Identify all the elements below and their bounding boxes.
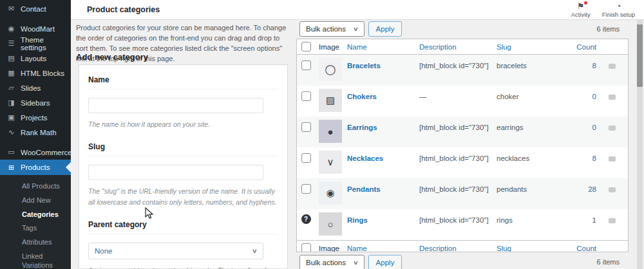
category-name-link[interactable]: Rings — [347, 216, 368, 224]
category-name-link[interactable]: Chokers — [347, 93, 377, 100]
table-body: ◯ Bracelets [html_block id="730"] bracel… — [297, 55, 628, 240]
column-header-name[interactable]: Name — [347, 43, 419, 51]
category-description: [html_block id="730"] — [419, 209, 497, 224]
earring-image-glyph: ● — [327, 126, 333, 137]
sidebar-item-label: HTML Blocks — [21, 70, 64, 77]
sidebar-item-tags[interactable]: Tags — [0, 221, 71, 236]
sidebar-item-theme-settings[interactable]: ☰ Theme settings — [0, 36, 71, 51]
select-all-checkbox[interactable] — [301, 243, 311, 252]
row-checkbox[interactable] — [301, 60, 311, 70]
layers-icon: ▤ — [6, 54, 16, 62]
category-description: [html_block id="730"] — [419, 55, 497, 70]
bulk-actions-top: Bulk actions ∨ Apply — [299, 21, 402, 37]
sidebar-item-label: Sidebars — [21, 99, 50, 107]
drag-handle-icon[interactable] — [609, 64, 616, 69]
table-row: ● Earrings [html_block id="730"] earring… — [297, 116, 628, 147]
sidebar-item-woocommerce[interactable]: ▭ WooCommerce — [0, 145, 71, 160]
select-all-checkbox[interactable] — [301, 42, 311, 51]
category-name-link[interactable]: Earrings — [347, 124, 377, 131]
sidebar-item-label: Rank Math — [21, 129, 57, 136]
name-help-text: The name is how it appears on your site. — [88, 119, 278, 129]
sidebar-item-woodmart[interactable]: ◉ WoodMart — [0, 21, 71, 36]
sidebar-item-categories[interactable]: Categories — [0, 208, 71, 222]
sidebar-item-linked-variations[interactable]: Linked Variations — [0, 250, 71, 269]
drag-handle-icon[interactable] — [609, 95, 616, 100]
sidebar-item-projects[interactable]: ▣ Projects — [0, 110, 71, 125]
table-row: ◉ Pendants [html_block id="730"] pendant… — [297, 178, 628, 209]
column-footer-description[interactable]: Description — [419, 245, 497, 252]
sidebar-item-label: Projects — [21, 114, 48, 122]
apply-button[interactable]: Apply — [368, 255, 402, 269]
category-thumbnail: ▨ — [319, 89, 342, 112]
category-description: [html_block id="730"] — [419, 178, 497, 193]
sidebar-item-label: Products — [21, 163, 50, 171]
drag-handle-icon[interactable] — [609, 187, 616, 192]
column-footer-name[interactable]: Name — [347, 245, 419, 252]
category-count-link[interactable]: 28 — [588, 185, 596, 193]
choker-image-glyph: ▨ — [326, 95, 335, 106]
name-field-label: Name — [88, 75, 278, 89]
items-count: 6 items — [597, 25, 620, 33]
categories-table: Image Name Description Slug Count ◯ Brac… — [296, 39, 629, 252]
sidebar-item-contact[interactable]: ✉ Contact — [0, 1, 71, 16]
name-input[interactable] — [88, 98, 263, 113]
sidebar-item-rank-math[interactable]: ∿ Rank Math — [0, 125, 71, 140]
envelope-icon: ✉ — [6, 5, 16, 13]
table-header-row: Image Name Description Slug Count — [297, 39, 628, 55]
activity-label: Activity — [571, 11, 591, 18]
sidebar-item-label: Slides — [21, 84, 41, 92]
add-category-heading: Add new category — [76, 52, 148, 62]
row-checkbox[interactable] — [301, 122, 311, 132]
ring-image-glyph: ○ — [327, 219, 333, 230]
sidebar-item-label: Layouts — [21, 55, 46, 62]
parent-category-select[interactable]: None ∨ — [88, 243, 263, 259]
items-count: 6 items — [597, 258, 620, 266]
sidebar-item-layouts[interactable]: ▤ Layouts — [0, 51, 71, 66]
apply-button[interactable]: Apply — [368, 21, 402, 37]
sidebar-item-products[interactable]: ⊞ Products — [0, 160, 71, 175]
sidebar-item-all-products[interactable]: All Products — [0, 180, 71, 194]
sidebar-item-slides[interactable]: ▱ Slides — [0, 80, 71, 95]
drag-handle-icon[interactable] — [609, 125, 616, 131]
sidebar-item-sidebars[interactable]: ◨ Sidebars — [0, 95, 71, 110]
column-header-image: Image — [315, 43, 347, 51]
bulk-actions-select[interactable]: Bulk actions ∨ — [299, 255, 365, 269]
help-question-icon[interactable]: ? — [301, 214, 311, 224]
products-box-icon: ⊞ — [6, 163, 16, 172]
bulk-actions-value: Bulk actions — [306, 25, 346, 33]
column-header-description[interactable]: Description — [419, 43, 497, 51]
category-name-link[interactable]: Necklaces — [347, 154, 383, 162]
row-checkbox[interactable] — [301, 153, 311, 163]
necklace-image-glyph: ∨ — [327, 156, 334, 168]
briefcase-icon: ▣ — [6, 113, 16, 122]
flag-icon: ⚑ — [577, 2, 585, 11]
sidebar-item-add-new[interactable]: Add New — [0, 194, 71, 208]
category-slug: necklaces — [497, 147, 574, 162]
column-header-count[interactable]: Count — [574, 43, 596, 51]
slug-input[interactable] — [88, 165, 263, 180]
row-checkbox[interactable] — [301, 91, 311, 101]
column-header-slug[interactable]: Slug — [497, 43, 574, 51]
sidebar-item-label: Contact — [21, 5, 46, 13]
sidebar-separator — [0, 140, 71, 145]
drag-handle-icon[interactable] — [609, 156, 616, 162]
scrollbar-thumb[interactable] — [637, 24, 643, 87]
row-checkbox[interactable] — [301, 184, 311, 194]
activity-button[interactable]: ⚑ Activity — [571, 2, 591, 18]
category-name-link[interactable]: Pendants — [347, 185, 381, 193]
finish-setup-button[interactable]: ◔ Finish setup — [602, 2, 635, 18]
column-footer-count[interactable]: Count — [574, 245, 596, 252]
category-name-link[interactable]: Bracelets — [347, 62, 381, 70]
slides-icon: ▱ — [6, 84, 16, 92]
column-footer-slug[interactable]: Slug — [497, 245, 574, 252]
table-row: ▨ Chokers — choker 0 — [297, 86, 628, 116]
sidebar-item-attributes[interactable]: Attributes — [0, 236, 71, 250]
category-slug: bracelets — [497, 55, 574, 70]
category-description: [html_block id="730"] — [419, 116, 497, 131]
slug-field-label: Slug — [88, 142, 278, 156]
finish-setup-label: Finish setup — [602, 11, 635, 18]
sidebar-item-html-blocks[interactable]: ▦ HTML Blocks — [0, 66, 71, 80]
drag-handle-icon[interactable] — [609, 218, 616, 223]
bulk-actions-select[interactable]: Bulk actions ∨ — [299, 21, 365, 37]
category-thumbnail: ● — [319, 120, 342, 143]
